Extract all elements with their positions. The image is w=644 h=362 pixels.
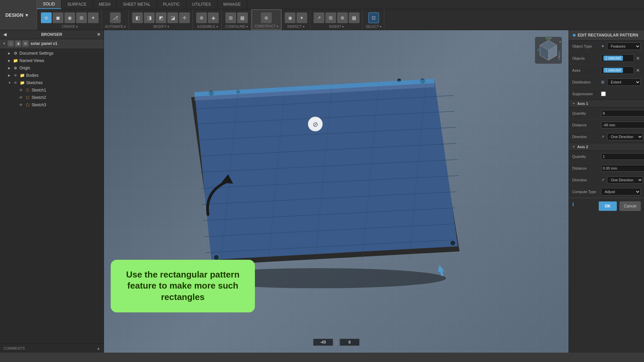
root-icon-2[interactable]: ◑: [15, 41, 21, 47]
tree-item-sketch2[interactable]: 👁 ⬡ Sketch2: [0, 94, 104, 101]
tab-surface[interactable]: SURFACE: [61, 0, 93, 9]
suppression-value: [601, 92, 641, 96]
viewport[interactable]: ⊘ Use the rectangular pattern feature to…: [104, 30, 569, 353]
distribution-select[interactable]: Extent Spacing: [607, 78, 641, 86]
compute-type-row: Compute Type Adjust Identical Optimized: [569, 186, 644, 198]
create-cylinder-icon[interactable]: ◉: [64, 12, 75, 23]
doc-settings-icon: ⚙: [13, 51, 18, 56]
object-type-row: Object Type ✦ Features Bodies Faces: [569, 41, 644, 52]
tab-manage[interactable]: MANAGE: [217, 0, 247, 9]
compute-type-select[interactable]: Adjust Identical Optimized: [601, 188, 641, 195]
axis2-distance-row: Distance ▲ ▼: [569, 163, 644, 174]
axis1-direction-label: Direction: [572, 135, 599, 139]
modify-1-icon[interactable]: ◧: [132, 12, 143, 23]
sketch3-eye-icon: 👁: [18, 102, 23, 108]
compass: TOP FRONT Z Y X: [535, 37, 562, 64]
axis1-quantity-input[interactable]: [601, 110, 644, 117]
viewport-value1[interactable]: [313, 339, 333, 346]
assemble-1-icon[interactable]: ⊕: [196, 12, 207, 23]
viewport-value2[interactable]: [339, 339, 360, 346]
insert-3-icon[interactable]: ⊕: [337, 12, 348, 23]
cancel-button[interactable]: Cancel: [620, 201, 641, 211]
create-new-icon[interactable]: ⊕: [41, 12, 52, 23]
tree-item-sketch3[interactable]: 👁 ⬡ Sketch3: [0, 101, 104, 109]
suppression-checkbox[interactable]: [601, 92, 606, 96]
comments-toggle[interactable]: ▲: [97, 346, 100, 350]
axis1-distance-input[interactable]: [601, 122, 644, 128]
axis1-quantity-label: Quantity: [572, 111, 599, 115]
inspect-2-icon[interactable]: ▾: [297, 12, 307, 23]
info-icon[interactable]: ℹ: [572, 201, 574, 211]
tab-sheet-metal[interactable]: SHEET METAL: [117, 0, 157, 9]
assemble-label[interactable]: ASSEMBLE ▾: [197, 25, 218, 28]
insert-2-icon[interactable]: ⊞: [325, 12, 336, 23]
inspect-label[interactable]: INSPECT ▾: [287, 25, 305, 28]
assemble-2-icon[interactable]: ◈: [208, 12, 219, 23]
axis2-chevron[interactable]: ▼: [572, 145, 575, 148]
design-button[interactable]: DESIGN ▾: [0, 0, 37, 30]
automate-icon[interactable]: ⎇: [110, 12, 121, 23]
panel-title: EDIT RECTANGULAR PATTERN: [578, 33, 638, 38]
configure-group: ⊞ ▦ CONFIGURE ▾: [222, 9, 251, 30]
tab-solid[interactable]: SOLID: [37, 0, 61, 9]
create-special-icon[interactable]: ✦: [88, 12, 99, 23]
automate-label[interactable]: AUTOMATE ▾: [105, 25, 126, 28]
tree-item-bodies[interactable]: ▶ 👁 📁 Bodies: [0, 72, 104, 79]
axis2-quantity-input[interactable]: [601, 153, 644, 160]
ok-button[interactable]: OK: [599, 201, 617, 211]
create-grid-icon[interactable]: ⊞: [76, 12, 87, 23]
tree-item-doc-settings[interactable]: ▶ ⚙ Document Settings: [0, 50, 104, 57]
modify-icons: ◧ ◨ ◩ ◪ ✛: [132, 11, 190, 25]
modify-label[interactable]: MODIFY ▾: [153, 25, 169, 28]
construct-label[interactable]: CONSTRUCT ▾: [255, 24, 278, 28]
tool-groups: ⊕ ◼ ◉ ⊞ ✦ CREATE ▾ ⎇ AUTOMATE ▾ ◧ ◨: [37, 9, 644, 30]
origin-label: Origin: [19, 66, 101, 70]
objects-clear-btn[interactable]: ✕: [635, 55, 641, 62]
axis1-direction-value: ↗ One Direction Symmetric Two Directions: [601, 133, 643, 140]
configure-1-icon[interactable]: ⊞: [225, 12, 236, 23]
root-icon-3[interactable]: ⊙: [22, 41, 29, 47]
tree-item-sketch1[interactable]: 👁 ⬡ Sketch1: [0, 86, 104, 94]
objects-select-btn[interactable]: 1 selected: [601, 54, 634, 62]
tree-item-sketches[interactable]: ▼ 👁 📁 Sketches: [0, 79, 104, 86]
modify-3-icon[interactable]: ◩: [156, 12, 166, 23]
axes-clear-btn[interactable]: ✕: [635, 67, 641, 74]
modify-2-icon[interactable]: ◨: [144, 12, 155, 23]
tab-utilities[interactable]: UTILITIES: [186, 0, 217, 9]
axis2-distance-input[interactable]: [601, 165, 644, 172]
tree-item-named-views[interactable]: ▶ 📁 Named Views: [0, 57, 104, 64]
root-expand-icon[interactable]: ▼: [3, 42, 6, 45]
axis1-direction-select[interactable]: One Direction Symmetric Two Directions: [607, 133, 643, 140]
tab-plastic[interactable]: PLASTIC: [157, 0, 186, 9]
tree-item-origin[interactable]: ▶ ⊕ Origin: [0, 64, 104, 72]
select-icon[interactable]: ⊡: [368, 12, 379, 23]
select-label[interactable]: SELECT ▾: [366, 25, 382, 28]
axis2-direction-select[interactable]: One Direction Symmetric Two Directions: [607, 176, 643, 184]
svg-point-18: [450, 240, 455, 246]
distribution-label: Distribution: [572, 80, 599, 84]
insert-4-icon[interactable]: ▦: [349, 12, 360, 23]
insert-1-icon[interactable]: ↗: [314, 12, 324, 23]
features-icon: ✦: [601, 44, 604, 49]
browser-close-icon[interactable]: ✕: [97, 32, 100, 37]
insert-label[interactable]: INSERT ▾: [329, 25, 344, 28]
browser-back-icon[interactable]: ◀: [3, 32, 6, 37]
axis1-direction-row: Direction ↗ One Direction Symmetric Two …: [569, 131, 644, 143]
axis1-chevron[interactable]: ▼: [572, 102, 575, 105]
construct-icon[interactable]: ⊕: [261, 12, 272, 23]
create-label[interactable]: CREATE ▾: [62, 25, 78, 28]
root-icon-1[interactable]: □: [8, 41, 14, 47]
configure-2-icon[interactable]: ▦: [237, 12, 248, 23]
bodies-eye-icon: 👁: [13, 73, 18, 78]
axes-select-btn[interactable]: 1 selected: [601, 66, 634, 74]
select-group: ⊡ SELECT ▾: [363, 9, 385, 30]
modify-4-icon[interactable]: ◪: [167, 12, 178, 23]
bodies-chevron: ▶: [8, 74, 11, 77]
configure-label[interactable]: CONFIGURE ▾: [225, 25, 248, 28]
panel-header: EDIT RECTANGULAR PATTERN: [569, 30, 644, 41]
modify-5-icon[interactable]: ✛: [179, 12, 190, 23]
create-box-icon[interactable]: ◼: [53, 12, 63, 23]
object-type-select[interactable]: Features Bodies Faces: [607, 43, 641, 50]
inspect-1-icon[interactable]: ◉: [285, 12, 296, 23]
tab-mesh[interactable]: MESH: [93, 0, 117, 9]
